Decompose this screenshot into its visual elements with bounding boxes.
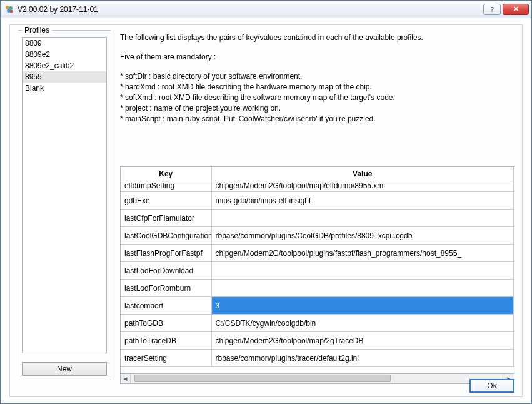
cell-key[interactable]: lastFlashProgForFastpf — [121, 245, 211, 262]
cell-key[interactable]: lastLodForRomburn — [121, 280, 211, 297]
cell-value[interactable]: chipgen/Modem2G/toolpool/map/2gTraceDB — [211, 332, 514, 350]
cell-key[interactable]: tracerSetting — [121, 350, 211, 367]
table-row[interactable]: pathToGDBC:/CSDTK/cygwin/coolgdb/bin — [121, 315, 514, 332]
desc-bullet: * project : name of the project you're w… — [120, 103, 514, 114]
cell-value[interactable] — [211, 210, 514, 227]
table-row[interactable]: gdbExemips-gdb/bin/mips-elf-insight — [121, 192, 514, 210]
profiles-legend: Profiles — [22, 26, 52, 34]
app-icon — [4, 4, 14, 14]
table-row[interactable]: tracerSettingrbbase/common/plugins/trace… — [121, 350, 514, 367]
help-icon: ? — [490, 6, 494, 13]
table-row[interactable]: lastcomport3 — [121, 297, 514, 315]
desc-line: Five of them are mandatory : — [120, 52, 514, 63]
cell-value[interactable]: rbbase/common/plugins/CoolGDB/profiles/8… — [211, 227, 514, 245]
dialog-window: V2.00.02 by 2017-11-01 ? ✕ Profiles 8809… — [0, 0, 532, 404]
close-button[interactable]: ✕ — [503, 4, 529, 15]
table-row[interactable]: lastCfpForFlamulator — [121, 210, 514, 227]
cell-value[interactable]: chipgen/Modem2G/toolpool/plugins/fastpf/… — [211, 245, 514, 262]
cell-key[interactable]: lastLodForDownload — [121, 262, 211, 280]
keyvalue-table-area: Key Value elfdumpSettingchipgen/Modem2G/… — [120, 166, 514, 384]
desc-line: The following list displays the pairs of… — [120, 33, 514, 43]
scroll-thumb[interactable] — [134, 375, 391, 382]
close-icon: ✕ — [513, 5, 519, 13]
profile-item[interactable]: 8809e2 — [23, 49, 106, 60]
profile-item[interactable]: Blank — [23, 83, 106, 94]
ok-button[interactable]: Ok — [469, 379, 514, 393]
table-row[interactable]: lastFlashProgForFastpfchipgen/Modem2G/to… — [121, 245, 514, 262]
table-row[interactable]: lastLodForRomburn — [121, 280, 514, 297]
cell-key[interactable]: elfdumpSetting — [121, 181, 211, 192]
cell-value[interactable]: 3 — [211, 297, 514, 315]
cell-key[interactable]: pathToTraceDB — [121, 332, 211, 350]
cell-value[interactable] — [211, 262, 514, 280]
svg-point-3 — [10, 9, 13, 13]
cell-value[interactable] — [211, 280, 514, 297]
cell-value[interactable]: chipgen/Modem2G/toolpool/map/elfdump/895… — [211, 181, 514, 192]
table-row[interactable]: lastCoolGDBConfigurationrbbase/common/pl… — [121, 227, 514, 245]
profile-item[interactable]: 8955 — [23, 71, 106, 83]
profiles-group: Profiles 88098809e28809e2_calib28955Blan… — [18, 30, 111, 380]
column-header-value[interactable]: Value — [211, 167, 514, 181]
description-text: The following list displays the pairs of… — [120, 33, 514, 124]
table-row[interactable]: pathToTraceDBchipgen/Modem2G/toolpool/ma… — [121, 332, 514, 350]
profile-item[interactable]: 8809e2_calib2 — [23, 60, 106, 71]
desc-bullet: * softXmd : root XMD file describing the… — [120, 93, 514, 103]
cell-key[interactable]: lastCoolGDBConfiguration — [121, 227, 211, 245]
cell-value[interactable]: mips-gdb/bin/mips-elf-insight — [211, 192, 514, 210]
profiles-listbox[interactable]: 88098809e28809e2_calib28955Blank — [22, 37, 107, 353]
table-row[interactable]: elfdumpSettingchipgen/Modem2G/toolpool/m… — [121, 181, 514, 192]
keyvalue-table[interactable]: Key Value elfdumpSettingchipgen/Modem2G/… — [120, 166, 514, 374]
main-panel: Profiles 88098809e28809e2_calib28955Blan… — [9, 24, 523, 397]
cell-key[interactable]: gdbExe — [121, 192, 211, 210]
column-header-key[interactable]: Key — [121, 167, 211, 181]
scroll-left-icon[interactable]: ◄ — [121, 374, 131, 383]
desc-bullet: * softDir : basic directory of your soft… — [120, 71, 514, 82]
desc-bullet: * hardXmd : root XMD file describing the… — [120, 82, 514, 93]
cell-key[interactable]: pathToGDB — [121, 315, 211, 332]
titlebar[interactable]: V2.00.02 by 2017-11-01 ? ✕ — [1, 1, 531, 18]
table-row[interactable]: lastLodForDownload — [121, 262, 514, 280]
cell-value[interactable]: C:/CSDTK/cygwin/coolgdb/bin — [211, 315, 514, 332]
desc-bullet: * mainScript : main ruby script. Put 'Co… — [120, 114, 514, 124]
window-title: V2.00.02 by 2017-11-01 — [18, 5, 483, 14]
new-button[interactable]: New — [22, 362, 107, 376]
profile-item[interactable]: 8809 — [23, 38, 106, 49]
cell-key[interactable]: lastcomport — [121, 297, 211, 315]
cell-key[interactable]: lastCfpForFlamulator — [121, 210, 211, 227]
cell-value[interactable]: rbbase/common/plugins/tracer/default2g.i… — [211, 350, 514, 367]
help-button[interactable]: ? — [483, 4, 501, 15]
horizontal-scrollbar[interactable]: ◄ ► — [120, 374, 514, 384]
